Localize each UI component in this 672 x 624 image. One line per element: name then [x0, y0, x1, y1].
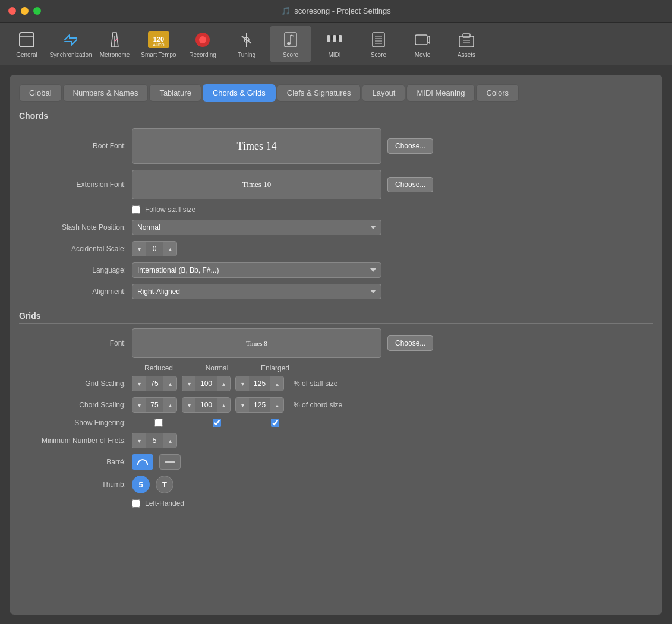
follow-staff-row: Follow staff size	[19, 205, 653, 214]
min-frets-down[interactable]: ▾	[132, 433, 146, 448]
chord-scaling-enlarged-down[interactable]: ▾	[236, 397, 249, 413]
accidental-scale-row: Accidental Scale: ▾ 0 ▴	[19, 241, 653, 256]
recording-label: Recording	[189, 52, 216, 58]
tab-clefs-signatures[interactable]: Clefs & Signatures	[277, 84, 361, 102]
extension-font-row: Extension Font: Times 10 Choose...	[19, 170, 653, 199]
chord-scaling-unit: % of chord size	[294, 401, 342, 409]
svg-line-16	[291, 35, 294, 36]
thumb-s-button[interactable]: 5	[132, 476, 150, 493]
svg-rect-30	[463, 34, 470, 37]
svg-text:120: 120	[153, 36, 164, 43]
chord-scaling-normal-up[interactable]: ▴	[217, 397, 230, 413]
min-frets-up[interactable]: ▴	[163, 433, 176, 448]
svg-rect-18	[331, 35, 333, 40]
show-fingering-normal-checkbox[interactable]	[213, 419, 221, 427]
svg-rect-20	[336, 35, 339, 40]
left-handed-checkbox[interactable]	[132, 499, 140, 508]
grid-scaling-normal-down[interactable]: ▾	[182, 376, 195, 391]
toolbar-movie[interactable]: Movie	[402, 26, 443, 62]
chords-section-title: Chords	[19, 111, 653, 123]
tab-chords-grids[interactable]: Chords & Grids	[203, 84, 276, 102]
toolbar-general[interactable]: General	[6, 26, 48, 62]
follow-staff-checkbox-row: Follow staff size	[132, 205, 195, 214]
grids-section-title: Grids	[19, 311, 653, 324]
grids-font-label: Font:	[19, 339, 132, 347]
alignment-dropdown[interactable]: Right-Aligned Left-Aligned Center	[132, 284, 381, 299]
root-font-choose-button[interactable]: Choose...	[387, 138, 433, 154]
language-dropdown[interactable]: International (B, Bb, F#...) German Fren…	[132, 262, 381, 278]
chord-scaling-reduced-down[interactable]: ▾	[132, 397, 146, 413]
show-fingering-label: Show Fingering:	[19, 419, 132, 427]
grid-scaling-enlarged-down[interactable]: ▾	[236, 376, 249, 391]
thumb-t-icon: T	[162, 480, 167, 489]
left-handed-label: Left-Handed	[145, 499, 184, 508]
chord-scaling-reduced-stepper: ▾ 75 ▴	[132, 397, 177, 413]
extension-font-choose-button[interactable]: Choose...	[387, 177, 433, 192]
language-row: Language: International (B, Bb, F#...) G…	[19, 262, 653, 278]
barre-arc-button[interactable]	[132, 454, 153, 470]
slash-note-label: Slash Note Position:	[19, 223, 132, 232]
svg-rect-21	[339, 35, 342, 42]
show-fingering-enlarged-checkbox[interactable]	[271, 419, 279, 427]
extension-font-label: Extension Font:	[19, 180, 132, 189]
grid-scaling-enlarged-up[interactable]: ▴	[270, 376, 283, 391]
tab-midi-meaning[interactable]: MIDI Meaning	[406, 84, 475, 102]
toolbar-score2[interactable]: Score	[358, 26, 399, 62]
extension-font-display: Times 10	[132, 170, 381, 199]
tab-colors[interactable]: Colors	[476, 84, 519, 102]
toolbar-score[interactable]: Score	[270, 26, 311, 62]
thumb-label: Thumb:	[19, 480, 132, 489]
grids-font-choose-button[interactable]: Choose...	[387, 335, 433, 351]
tab-layout[interactable]: Layout	[362, 84, 405, 102]
toolbar-recording[interactable]: Recording	[182, 26, 223, 62]
tuning-icon	[236, 29, 257, 50]
midi-label: MIDI	[328, 52, 340, 58]
scaling-header-normal: Normal	[190, 364, 244, 372]
grid-scaling-normal-up[interactable]: ▴	[217, 376, 230, 391]
toolbar-synchronization[interactable]: Synchronization	[50, 26, 92, 62]
left-handed-checkbox-row: Left-Handed	[132, 499, 184, 508]
close-button[interactable]	[8, 7, 16, 15]
show-fingering-row: Show Fingering:	[19, 419, 653, 427]
chords-section: Chords Root Font: Times 14 Choose... Ext…	[19, 111, 653, 299]
follow-staff-checkbox[interactable]	[132, 205, 140, 214]
smart-tempo-icon: 120AUTO	[148, 29, 169, 50]
tab-numbers-names[interactable]: Numbers & Names	[63, 84, 149, 102]
barre-line-button[interactable]	[159, 454, 181, 470]
recording-icon	[192, 29, 213, 50]
slash-note-dropdown[interactable]: Normal Above Below	[132, 220, 381, 235]
metronome-label: Metronome	[100, 52, 130, 58]
minimize-button[interactable]	[21, 7, 29, 15]
grids-font-display: Times 8	[132, 328, 381, 358]
toolbar-midi[interactable]: MIDI	[314, 26, 355, 62]
sync-label: Synchronization	[49, 52, 92, 58]
toolbar-tuning[interactable]: Tuning	[226, 26, 267, 62]
chord-scaling-reduced-up[interactable]: ▴	[163, 397, 176, 413]
chord-scaling-label: Chord Scaling:	[19, 401, 132, 409]
left-handed-row: Left-Handed	[19, 499, 653, 508]
tab-tablature[interactable]: Tablature	[149, 84, 201, 102]
grid-scaling-normal-value: 100	[195, 379, 217, 388]
chord-scaling-normal-down[interactable]: ▾	[182, 397, 195, 413]
grid-scaling-enlarged-value: 125	[249, 379, 270, 388]
tab-global[interactable]: Global	[19, 84, 62, 102]
midi-icon	[324, 29, 345, 50]
accidental-scale-up[interactable]: ▴	[163, 241, 176, 256]
show-fingering-reduced-checkbox[interactable]	[154, 419, 163, 427]
toolbar-assets[interactable]: Assets	[446, 26, 487, 62]
sync-icon	[60, 29, 81, 50]
grid-scaling-reduced-down[interactable]: ▾	[132, 376, 146, 391]
thumb-t-button[interactable]: T	[156, 476, 173, 493]
maximize-button[interactable]	[33, 7, 41, 15]
grid-scaling-reduced-up[interactable]: ▴	[163, 376, 176, 391]
chord-scaling-enlarged-value: 125	[249, 401, 270, 409]
accidental-scale-down[interactable]: ▾	[132, 241, 146, 256]
grids-font-value: Times 8	[246, 340, 267, 347]
general-label: General	[16, 52, 37, 58]
score2-icon	[368, 29, 389, 50]
toolbar-smart-tempo[interactable]: 120AUTO Smart Tempo	[138, 26, 179, 62]
smart-tempo-label: Smart Tempo	[141, 52, 176, 58]
thumb-row: Thumb: 5 T	[19, 476, 653, 493]
toolbar-metronome[interactable]: Metronome	[94, 26, 135, 62]
chord-scaling-enlarged-up[interactable]: ▴	[270, 397, 283, 413]
